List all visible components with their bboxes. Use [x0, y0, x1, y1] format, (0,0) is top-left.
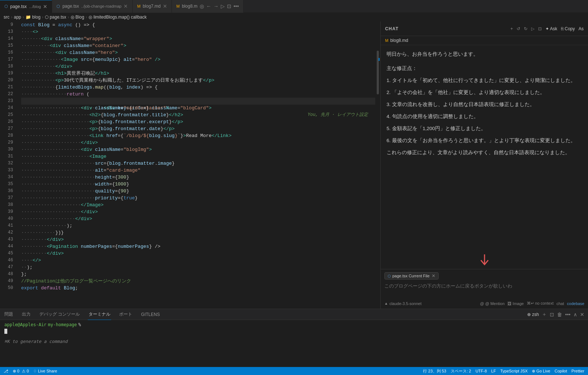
chip-close[interactable]: ✕ — [432, 273, 435, 278]
chat-file-tag: M blog8.md — [381, 36, 588, 45]
status-position[interactable]: 行 23、列 53 — [423, 368, 446, 374]
image-label: Image — [513, 301, 524, 306]
code-line: ··························quality={90} — [21, 188, 375, 195]
codebase-mode[interactable]: codebase — [567, 301, 584, 306]
status-errors[interactable]: ⊗ 0 ⚠ 0 — [13, 369, 29, 374]
code-line: ············<h1>異世界召喚記</h1> — [21, 70, 375, 77]
chat-redo-button[interactable]: ↻ — [524, 26, 528, 31]
terminal-split-icon[interactable]: ⊡ — [550, 312, 554, 317]
terminal-path: my-homepage — [48, 322, 77, 327]
eol-label: LF — [491, 369, 496, 373]
code-line: ·········</div> — [21, 250, 375, 257]
terminal-hint: ⌘K to generate a command — [4, 339, 584, 344]
code-line: ··); — [21, 264, 375, 271]
chat-messages: 明日から、お弁当を作ろうと思います。 主な修正点： 1. タイトルを「初めて、他… — [381, 45, 588, 251]
message-conclusion: これらの修正により、文章がより読みやすく、自然な日本語表現になりました。 — [387, 149, 582, 157]
chat-add-button[interactable]: + — [510, 26, 513, 31]
code-line: }; — [21, 271, 375, 278]
breadcrumb-callback[interactable]: ◎ limitedBlogs.map() callback — [89, 15, 146, 20]
panel-tab-debug[interactable]: デバッグ コンソール — [39, 309, 81, 320]
tab-blog8-md[interactable]: M blog8.m ◎ ← → ▷ ⊡ ••• — [172, 0, 244, 13]
terminal-min-icon[interactable]: ∧ — [573, 312, 577, 317]
model-selector[interactable]: ▲ claude-3.5-sonnet — [384, 301, 422, 306]
status-bar: ⎇ ⊗ 0 ⚠ 0 ♢ Live Share 行 23、列 53 スペース: 2… — [0, 367, 588, 375]
live-share-icon: ♢ — [33, 369, 37, 374]
message-summary: 明日から、お弁当を作ろうと思います。 — [387, 50, 582, 59]
chat-play-button[interactable]: ▷ — [531, 26, 534, 31]
status-encoding[interactable]: UTF-8 — [475, 369, 487, 373]
panel-tab-issues[interactable]: 問題 — [4, 309, 14, 320]
breadcrumb-circle[interactable]: ◎ Blog — [71, 15, 84, 20]
terminal-more-icon[interactable]: ••• — [565, 312, 571, 317]
code-container[interactable]: 9 13 14 15 16 17 18 19 20 21 22 23 24 25… — [0, 22, 380, 309]
status-spaces[interactable]: スペース: 2 — [451, 368, 471, 374]
status-live-share[interactable]: ♢ Live Share — [33, 369, 57, 374]
code-line: ·····················<div className="blo… — [21, 146, 375, 153]
status-language[interactable]: TypeScript JSX — [500, 369, 528, 373]
status-eol[interactable]: LF — [491, 369, 496, 373]
chat-copy-button[interactable]: ⎘ Copy — [561, 26, 575, 31]
panel-tab-gitlens[interactable]: GITLENS — [140, 309, 160, 320]
panel-tab-actions: ⊕ zsh ＋ ⊡ 🗑 ••• ∧ ✕ — [527, 311, 584, 318]
chat-input-area: ⬡ page.tsx Current File ✕ ▲ claude-3.5-s… — [381, 269, 588, 309]
code-line: ·····················<div className="car… — [21, 105, 375, 112]
code-line: ························<h2>{blog.frontm… — [21, 112, 375, 118]
chat-undo-button[interactable]: ↺ — [517, 26, 520, 31]
spaces-label: スペース: 2 — [451, 368, 471, 374]
panel-tab-ports[interactable]: ポート — [118, 309, 133, 320]
code-line: ············})} — [21, 229, 375, 236]
code-line: ············</div> — [21, 63, 375, 70]
terminal-shell-label: ⊕ zsh — [527, 312, 539, 317]
tab-blog7-md[interactable]: M blog7.md ✕ — [133, 0, 172, 13]
breadcrumb-blog[interactable]: 📁 blog — [26, 15, 40, 20]
breadcrumb-pagetsx[interactable]: ⬡ page.tsx — [45, 15, 66, 20]
close-icon[interactable]: ✕ — [163, 3, 167, 9]
go-live-label: Go Live — [536, 369, 550, 373]
chat-as-button[interactable]: As — [579, 26, 584, 31]
code-line: ·····················</div> — [21, 208, 375, 215]
split-icon: ⊡ — [227, 3, 231, 9]
code-line: ····<> — [21, 28, 375, 35]
more-icon: ••• — [234, 3, 239, 9]
status-go-live[interactable]: ⊕ Go Live — [532, 369, 550, 374]
tab-page-tsx-blog[interactable]: ⬡ page.tsx .../blog ✕ — [0, 0, 52, 13]
chat-header-actions: + ↺ ↻ ▷ ⊡ ✦ Ask ⎘ Copy As — [510, 26, 584, 31]
status-prettier[interactable]: Prettier — [572, 369, 584, 373]
terminal-prompt: apple@Apples-Air my-homepage % — [4, 322, 584, 327]
status-copilot[interactable]: Copilot — [554, 369, 567, 373]
mention-option[interactable]: @ @ Mention — [480, 301, 505, 306]
code-line: ··························priority={true… — [21, 195, 375, 202]
code-line: ············{limitedBlogs.map((blog, ind… — [21, 84, 375, 91]
close-icon[interactable]: ✕ — [124, 3, 128, 9]
prettier-label: Prettier — [572, 369, 584, 373]
status-bar-left: ⎇ ⊗ 0 ⚠ 0 ♢ Live Share — [4, 369, 57, 374]
chat-ask-button[interactable]: ✦ Ask — [545, 26, 557, 31]
no-context-option[interactable]: ⌘↵ no context — [527, 301, 554, 306]
terminal-cursor-line[interactable] — [4, 328, 584, 334]
breadcrumb-src[interactable]: src — [4, 15, 9, 20]
terminal-trash-icon[interactable]: 🗑 — [557, 312, 562, 317]
breadcrumb-app[interactable]: app — [14, 15, 21, 20]
chat-input-field[interactable] — [384, 282, 584, 297]
panel-tab-output[interactable]: 出力 — [21, 309, 31, 320]
chat-mode[interactable]: chat — [556, 301, 564, 306]
tab-page-tsx-job[interactable]: ⬡ page.tsx ../job-change-roadmap ✕ — [52, 0, 133, 13]
terminal-add-icon[interactable]: ＋ — [542, 311, 547, 318]
down-arrow-icon — [479, 254, 490, 267]
tab-bar: ⬡ page.tsx .../blog ✕ ⬡ page.tsx ../job-… — [0, 0, 588, 13]
code-editor[interactable]: const Blog = async () => { ····<> ······… — [17, 22, 375, 309]
remote-icon: ⎇ — [4, 369, 8, 374]
chat-split-button[interactable]: ⊡ — [538, 26, 542, 31]
close-icon[interactable]: ✕ — [43, 4, 47, 9]
mention-label: @ Mention — [485, 301, 505, 306]
code-line: const Blog = async () => { — [21, 22, 375, 28]
code-line: ················); — [21, 222, 375, 229]
panel-tab-terminal[interactable]: ターミナル — [88, 309, 111, 320]
encoding-label: UTF-8 — [475, 369, 487, 373]
terminal-close-icon[interactable]: ✕ — [580, 312, 584, 317]
error-count: 0 — [17, 369, 19, 373]
code-line: ················return ( — [21, 91, 375, 98]
image-icon: 🖼 — [507, 301, 511, 306]
image-option[interactable]: 🖼 Image — [507, 301, 524, 306]
status-remote[interactable]: ⎇ — [4, 369, 8, 374]
